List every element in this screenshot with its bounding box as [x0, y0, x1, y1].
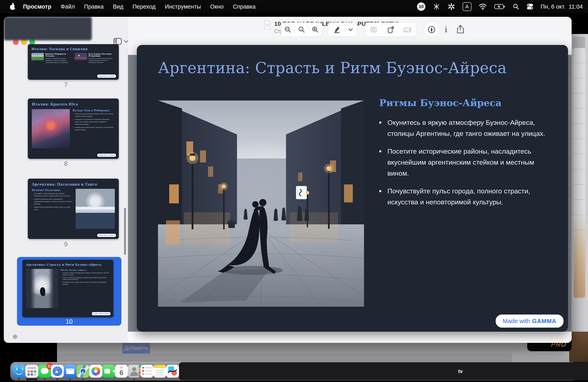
highlighter-chevron[interactable] [345, 22, 356, 37]
thumbnail-page-9[interactable]: Аргентина: Патагония и Танго Величие Пат… [28, 179, 119, 239]
zoom-out-button[interactable] [281, 22, 294, 37]
menu-view[interactable]: Вид [108, 3, 128, 10]
thumbnail-page-7[interactable]: Италия: Тоскана и Сицилия Винные Маршрут… [28, 44, 119, 80]
menu-file[interactable]: Файл [56, 3, 79, 10]
status-notification-badge[interactable]: 10 [417, 2, 425, 11]
sidebar: Италия: Тоскана и Сицилия Винные Маршрут… [4, 17, 128, 343]
bullet-dot [379, 121, 381, 124]
slide-bullet-1: Окунитесь в яркую атмосферу Буэнос-Айрес… [379, 117, 555, 139]
safari-dock-icon[interactable] [51, 365, 64, 378]
facetime-dock-icon[interactable] [102, 365, 115, 378]
slide-title: Аргентина: Страсть и Ритм Буэнос-Айреса [158, 59, 550, 77]
thumb8-gamma-badge: Made with GAMMA [97, 154, 116, 157]
actual-size-button[interactable]: 1 [295, 22, 308, 37]
spotlight-icon[interactable] [513, 3, 519, 10]
selection-tool-button[interactable] [365, 22, 382, 37]
mail-dock-icon[interactable] [64, 365, 77, 378]
share-button[interactable] [453, 22, 468, 36]
info-share-group: i [438, 22, 468, 36]
rotate-button[interactable] [382, 22, 399, 37]
thumb8-etna-image [32, 109, 70, 148]
add-page-button[interactable]: ⊕ [11, 332, 19, 341]
tango-street-image [158, 100, 364, 307]
wifi-icon[interactable] [479, 3, 487, 10]
menu-go[interactable]: Переход [128, 3, 160, 10]
contacts-dock-icon[interactable] [128, 365, 141, 378]
add-button[interactable]: Добавить [122, 342, 150, 354]
svg-text:1: 1 [300, 28, 302, 31]
markup-tool-group [365, 22, 416, 37]
slide-heading: Ритмы Буэнос-Айреса [379, 97, 555, 108]
highlighter-button[interactable] [329, 22, 345, 37]
sidebar-scrollbar[interactable] [124, 208, 126, 255]
thumbnail-page-10-selection[interactable]: Аргентина: Страсть и Ритм Буэнос-Айреса … [17, 257, 121, 326]
notes-dock-icon[interactable] [153, 365, 166, 378]
menu-clock[interactable]: Пн, 6 окт. 11:04 [541, 3, 583, 10]
thumb7-florence-image [75, 53, 87, 60]
thumbnail-page-10[interactable]: Аргентина: Страсть и Ритм Буэнос-Айреса … [22, 260, 113, 317]
made-with-gamma-badge[interactable]: Made with GAMMA [496, 314, 564, 328]
thumb9-patagonia-image [76, 189, 115, 229]
photos-dock-icon[interactable] [89, 365, 102, 378]
menu-help[interactable]: Справка [228, 3, 260, 10]
background-window-strip-lower [57, 354, 541, 363]
bullet-dot [379, 190, 381, 192]
finder-dock-icon[interactable] [13, 365, 25, 378]
freeform-dock-icon[interactable] [166, 365, 179, 378]
zoom-controls: 1 [281, 22, 322, 37]
capcut-status-icon[interactable] [433, 3, 440, 10]
menu-bar: Просмотр Файл Правка Вид Переход Инструм… [0, 0, 588, 13]
background-image-strip [569, 332, 588, 362]
menu-window[interactable]: Окно [206, 3, 228, 10]
calendar-dock-icon[interactable]: Пн6 [115, 365, 128, 378]
dock: 41 Пн6 tv ♫ ✎ A ⚙1 ∅No Ads ☎ [10, 362, 578, 381]
input-source-icon[interactable]: A [462, 2, 471, 11]
reminders-dock-icon[interactable] [141, 365, 153, 378]
slide-bullet-3: Почувствуйте пульс города, полного страс… [379, 186, 555, 208]
page-9-label[interactable]: 9 [4, 241, 128, 248]
slide-page-10: Аргентина: Страсть и Ритм Буэнос-Айреса [137, 45, 568, 332]
show-markup-toolbar-button[interactable] [423, 22, 440, 37]
info-button[interactable]: i [439, 22, 453, 36]
apple-menu-icon[interactable] [10, 3, 16, 10]
background-window-gray [512, 351, 572, 363]
maps-dock-icon[interactable] [77, 365, 89, 378]
thumb7-tuscany-image [31, 53, 44, 60]
sidebar-toggle-button[interactable] [113, 38, 128, 45]
page-7-label[interactable]: 7 [4, 81, 128, 88]
thumbnail-page-8[interactable]: Италия: Красота Юга Вулкан Этна и Побере… [28, 98, 119, 159]
control-center-icon[interactable] [526, 3, 533, 10]
launchpad-dock-icon[interactable] [25, 365, 38, 378]
annotate-button-group [328, 22, 357, 37]
thumbnail-page-6-partial[interactable] [4, 17, 92, 40]
document-icon [264, 20, 271, 30]
apple-tv-dock-icon[interactable]: tv [179, 362, 588, 380]
slide-bullet-2: Посетите исторические районы, насладитес… [379, 146, 555, 179]
screen: Просмотр Файл Правка Вид Переход Инструм… [0, 0, 588, 382]
signature-button[interactable] [399, 22, 416, 37]
page-8-label[interactable]: 8 [4, 160, 128, 167]
thumb7-gamma-badge: Made with GAMMA [97, 75, 116, 78]
page-10-label[interactable]: 10 [17, 318, 121, 325]
background-window-right [570, 34, 588, 349]
menu-tools[interactable]: Инструменты [160, 3, 206, 10]
openai-status-icon[interactable] [447, 3, 455, 11]
window-bottom-strip [128, 332, 572, 343]
menu-edit[interactable]: Правка [79, 3, 108, 10]
preview-window: 10-TOP-NAPRAVLENIJ-DLYa-PUTEShESTVI... С… [4, 17, 572, 343]
bullet-dot [379, 150, 381, 153]
thumb10-tango-image [26, 269, 58, 308]
thumb9-gamma-badge: Made with GAMMA [97, 234, 116, 237]
menu-app-name[interactable]: Просмотр [18, 3, 56, 10]
thumb10-gamma-badge: Made with GAMMA [92, 312, 111, 315]
zoom-in-button[interactable] [308, 22, 322, 37]
messages-dock-icon[interactable]: 41 [38, 365, 51, 378]
sidebar-chevron-icon [124, 40, 128, 43]
battery-charging-icon[interactable] [494, 4, 505, 10]
